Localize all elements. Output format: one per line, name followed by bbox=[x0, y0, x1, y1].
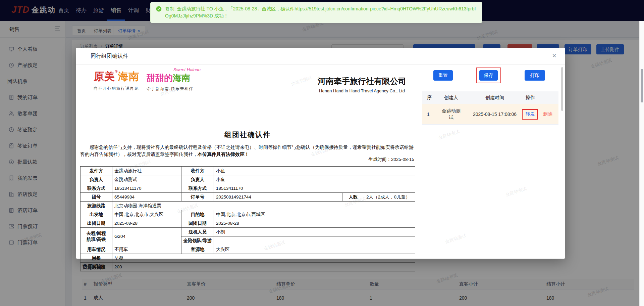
field-value: 2025-08-28 bbox=[214, 219, 415, 228]
col-header: 创建人 bbox=[434, 95, 468, 101]
close-icon[interactable]: × bbox=[552, 51, 556, 60]
field-label: 用房标准 bbox=[80, 263, 112, 271]
document-intro: 感谢您的信任与支持，现将贵社客人的最终确认行程及价格（不详之处请来电）、时间等操… bbox=[80, 144, 415, 158]
field-label: 回团日期 bbox=[181, 219, 214, 228]
table-row: 团号 65449984 订单号 20250814921744 人数 2人（2成人… bbox=[80, 193, 415, 202]
table-row: 用车情况 不用车 客源地 大兴区 bbox=[80, 245, 415, 254]
page-scrollbar[interactable] bbox=[639, 21, 644, 306]
field-value: 北京动物园-海洋馆通票 bbox=[112, 202, 415, 210]
field-value: 大兴区 bbox=[214, 245, 415, 254]
logo-text: 甜甜的 bbox=[147, 73, 173, 83]
logo-text: 海南 bbox=[118, 71, 139, 82]
field-label: 联系方式 bbox=[181, 184, 214, 193]
field-label: 用车情况 bbox=[80, 245, 112, 254]
success-toast: 复制: 金跳动旅行社 TO 小鱼，「2025-08-28」西城区，确认件http… bbox=[150, 2, 482, 23]
table-row: 去程/回程航班/高铁 G204 送机人员 小刘 bbox=[80, 228, 415, 236]
save-button[interactable]: 保存 bbox=[479, 70, 498, 81]
logo-text: 原美 bbox=[94, 71, 115, 82]
field-value: 中国,北京,北京市,西城区 bbox=[214, 210, 415, 219]
field-label: 全陪领队/导游 bbox=[181, 236, 214, 245]
delete-link[interactable]: 删除 bbox=[543, 111, 552, 117]
field-value: 20250814921744 bbox=[214, 193, 342, 202]
record-index: 1 bbox=[422, 112, 434, 117]
logo-divider bbox=[142, 71, 142, 87]
watermark-text: 金跳动测试 bbox=[438, 128, 460, 141]
field-value bbox=[214, 236, 415, 245]
watermark-text: 金跳动测试 bbox=[505, 185, 527, 198]
reset-button[interactable]: 重置 bbox=[433, 70, 453, 81]
company-block: 河南牵手旅行社有限公司 Henan Hand in Hand Travel Ag… bbox=[308, 76, 416, 93]
field-label: 目的地 bbox=[181, 210, 214, 219]
field-label: 用餐 bbox=[80, 254, 112, 263]
field-value: 小刘 bbox=[214, 228, 415, 236]
print-button[interactable]: 打印 bbox=[525, 70, 545, 81]
field-value: 2人（2成人，0儿童） bbox=[364, 193, 415, 202]
table-row: 用房标准 200 bbox=[80, 263, 415, 271]
generated-time: 生成时间：2025-08-15 bbox=[368, 157, 414, 163]
table-row: 负责人 金跳动测试 负责人 小鱼 bbox=[80, 175, 415, 184]
record-creator: 金跳动测试 bbox=[441, 108, 461, 121]
success-check-icon bbox=[156, 6, 162, 19]
modal-title: 同行组团确认件 bbox=[91, 53, 128, 60]
field-label: 订单号 bbox=[181, 193, 214, 202]
table-row: 出团日期 2025-08-28 回团日期 2025-08-28 bbox=[80, 219, 415, 228]
col-header: 创建时间 bbox=[468, 95, 522, 101]
field-label: 联系方式 bbox=[80, 184, 112, 193]
field-label: 发件方 bbox=[80, 167, 112, 175]
field-value: 早餐 bbox=[112, 254, 415, 263]
table-row: 发件方 金跳动旅行社 收件方 小鱼 bbox=[80, 167, 415, 175]
field-label: 负责人 bbox=[181, 175, 214, 184]
field-value: 不用车 bbox=[112, 245, 181, 254]
record-created-time: 2025-08-15 17:08:06 bbox=[468, 112, 522, 117]
modal-scrollbar-thumb[interactable] bbox=[561, 67, 563, 111]
field-value: 18513411170 bbox=[214, 184, 415, 193]
page-scrollbar-thumb[interactable] bbox=[641, 69, 643, 102]
logo-tagline: 向不开心的旅行说再见 bbox=[94, 86, 141, 91]
document-title: 组团社确认件 bbox=[80, 130, 415, 139]
company-name-en: Henan Hand in Hand Travel Agency Co., Lt… bbox=[308, 88, 416, 93]
field-value: 65449984 bbox=[112, 193, 181, 202]
col-header: 序 bbox=[422, 95, 434, 101]
table-row: 出发地 中国,北京,北京市,大兴区 目的地 中国,北京,北京市,西城区 bbox=[80, 210, 415, 219]
field-label: 送机人员 bbox=[181, 228, 214, 236]
confirmation-records-table: 序 创建人 创建时间 操作 1 金跳动测试 2025-08-15 17:08:0… bbox=[422, 91, 558, 125]
field-label: 负责人 bbox=[80, 175, 112, 184]
field-label: 收件方 bbox=[181, 167, 214, 175]
company-name-cn: 河南牵手旅行社有限公司 bbox=[308, 76, 416, 87]
field-label: 旅游线路 bbox=[80, 202, 112, 210]
table-row: 旅游线路 北京动物园-海洋馆通票 bbox=[80, 202, 415, 210]
logo-tagline: 牵手新海南.快乐来相伴 bbox=[147, 86, 214, 92]
logo-text: 海南 bbox=[173, 73, 190, 83]
app-root: JTD 金跳动 首页 待办 旅游 销售 计调 财务 80 金跳动测试 bbox=[0, 0, 644, 306]
field-label-line: 航班/高铁 bbox=[81, 236, 111, 243]
field-label: 客源地 bbox=[181, 245, 214, 254]
confirmation-modal: 同行组团确认件 × 原美®海南 向不开心的旅行说再见 Sweet Hainan … bbox=[76, 48, 565, 259]
field-value: 2025-08-28 bbox=[112, 219, 181, 228]
field-value: 金跳动旅行社 bbox=[112, 167, 181, 175]
field-label: 团号 bbox=[80, 193, 112, 202]
field-value: 18513411170 bbox=[112, 184, 181, 193]
confirmation-document: 原美®海南 向不开心的旅行说再见 Sweet Hainan 甜甜的海南 牵手新海… bbox=[80, 64, 415, 259]
table-row: 联系方式 18513411170 联系方式 18513411170 bbox=[80, 184, 415, 193]
col-header: 操作 bbox=[522, 95, 558, 101]
document-info-table: 发件方 金跳动旅行社 收件方 小鱼 负责人 金跳动测试 负责人 小鱼 联系方式 … bbox=[80, 166, 415, 271]
field-value: 金跳动测试 bbox=[112, 175, 181, 184]
toast-message: 复制: 金跳动旅行社 TO 小鱼，「2025-08-28」西城区，确认件http… bbox=[165, 5, 477, 19]
modal-header: 同行组团确认件 × bbox=[76, 48, 565, 64]
field-label: 出团日期 bbox=[80, 219, 112, 228]
table-row: 用餐 早餐 bbox=[80, 254, 415, 263]
field-label: 出发地 bbox=[80, 210, 112, 219]
records-header: 序 创建人 创建时间 操作 bbox=[422, 91, 558, 104]
field-value: G204 bbox=[112, 228, 181, 245]
record-row: 1 金跳动测试 2025-08-15 17:08:06 转发 删除 bbox=[422, 104, 558, 125]
field-label-line: 去程/回程 bbox=[81, 230, 111, 236]
field-value: 200 bbox=[112, 263, 415, 271]
forward-link[interactable]: 转发 bbox=[526, 111, 535, 117]
field-value: 中国,北京,北京市,大兴区 bbox=[112, 210, 181, 219]
field-label: 去程/回程航班/高铁 bbox=[80, 228, 112, 245]
field-label: 人数 bbox=[342, 193, 364, 202]
logo-yuanmei-hainan: 原美®海南 向不开心的旅行说再见 bbox=[94, 70, 141, 91]
watermark-text: 金跳动测试 bbox=[444, 232, 467, 245]
logo-sweet-hainan: Sweet Hainan 甜甜的海南 牵手新海南.快乐来相伴 bbox=[147, 67, 214, 92]
logo-script-text: Sweet Hainan bbox=[173, 67, 214, 72]
